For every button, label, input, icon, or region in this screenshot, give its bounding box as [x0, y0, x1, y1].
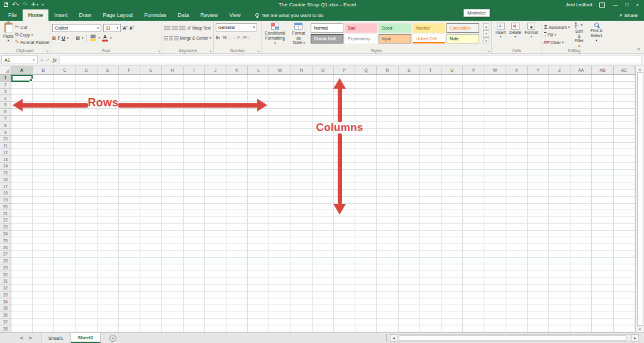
merge-center-button[interactable]: Merge & Center▾ — [180, 34, 211, 42]
style-good[interactable]: Good — [379, 23, 411, 33]
row-header-21[interactable]: 21 — [0, 210, 11, 217]
format-cells-button[interactable]: ■ Format ▾ — [524, 22, 540, 39]
font-color-button[interactable]: A — [102, 35, 108, 42]
sort-filter-button[interactable]: AZ↓▼ Sort & Filter ▾ — [572, 22, 586, 48]
formula-input[interactable] — [59, 55, 641, 64]
row-header-5[interactable]: 5 — [0, 102, 11, 109]
row-header-32[interactable]: 32 — [0, 285, 11, 292]
gallery-up-button[interactable]: ▴ — [483, 23, 489, 30]
column-header-w[interactable]: W — [484, 66, 506, 74]
row-header-11[interactable]: 11 — [0, 143, 11, 150]
column-header-y[interactable]: Y — [528, 66, 549, 74]
column-header-q[interactable]: Q — [355, 66, 377, 74]
sheet-nav-left[interactable]: ◀ — [16, 333, 26, 343]
align-top-icon[interactable] — [164, 26, 170, 30]
column-header-a[interactable]: A — [11, 66, 33, 74]
bold-button[interactable]: B — [52, 35, 56, 41]
paste-button[interactable]: Paste ▾ — [2, 22, 15, 43]
minimize-button[interactable]: — — [613, 2, 618, 8]
row-header-36[interactable]: 36 — [0, 312, 11, 319]
tab-draw[interactable]: Draw — [74, 9, 97, 21]
horizontal-scroll-thumb[interactable] — [399, 335, 626, 340]
row-header-23[interactable]: 23 — [0, 224, 11, 231]
tab-home[interactable]: Home — [23, 9, 49, 21]
row-header-35[interactable]: 35 — [0, 305, 11, 312]
row-header-15[interactable]: 15 — [0, 170, 11, 177]
row-header-33[interactable]: 33 — [0, 292, 11, 299]
borders-button[interactable]: ⊞ — [75, 35, 80, 41]
currency-button[interactable]: $▾ — [216, 35, 220, 40]
column-header-e[interactable]: E — [97, 66, 119, 74]
tab-view[interactable]: View — [223, 9, 246, 21]
column-header-i[interactable]: I — [184, 66, 205, 74]
row-header-13[interactable]: 13 — [0, 156, 11, 163]
row-header-38[interactable]: 38 — [0, 325, 11, 332]
format-as-table-button[interactable]: Format as Table ▾ — [289, 22, 308, 46]
increase-decimal-button[interactable]: ←.0 — [233, 35, 239, 39]
align-middle-icon[interactable] — [172, 26, 178, 30]
row-header-17[interactable]: 17 — [0, 183, 11, 190]
insert-function-button[interactable]: fx — [52, 57, 57, 63]
row-header-1[interactable]: 1 — [0, 75, 11, 82]
column-header-u[interactable]: U — [441, 66, 463, 74]
spreadsheet-grid[interactable] — [11, 75, 635, 332]
tab-review[interactable]: Review — [195, 9, 224, 21]
font-name-select[interactable]: Calibri▾ — [52, 24, 101, 32]
column-header-p[interactable]: P — [334, 66, 355, 74]
undo-button[interactable]: ↶▾ — [12, 2, 19, 8]
column-header-m[interactable]: M — [269, 66, 291, 74]
column-header-x[interactable]: X — [506, 66, 528, 74]
row-header-6[interactable]: 6 — [0, 109, 11, 116]
select-all-corner[interactable] — [0, 66, 11, 74]
row-header-34[interactable]: 34 — [0, 298, 11, 305]
find-select-button[interactable]: Find & Select ▾ — [589, 22, 604, 43]
row-header-31[interactable]: 31 — [0, 278, 11, 285]
new-sheet-button[interactable]: + — [109, 335, 116, 342]
column-header-k[interactable]: K — [226, 66, 248, 74]
scroll-up-icon[interactable]: ▲ — [638, 67, 641, 71]
row-header-24[interactable]: 24 — [0, 231, 11, 238]
font-size-select[interactable]: 11▾ — [103, 24, 121, 32]
horizontal-scroll-track[interactable] — [397, 334, 631, 342]
scroll-down-icon[interactable]: ▼ — [638, 327, 641, 331]
save-button[interactable] — [4, 3, 8, 7]
column-header-d[interactable]: D — [76, 66, 97, 74]
align-left-icon[interactable] — [164, 36, 168, 40]
tab-file[interactable]: File — [3, 9, 23, 21]
style-input[interactable]: Input — [379, 34, 411, 43]
scroll-left-icon[interactable]: ◀ — [390, 334, 397, 342]
italic-button[interactable]: I — [58, 35, 60, 41]
scrollbar-resize-grip[interactable] — [386, 334, 389, 342]
align-right-icon[interactable] — [174, 36, 178, 40]
style-check-cell[interactable]: Check Cell — [311, 34, 343, 43]
row-header-26[interactable]: 26 — [0, 244, 11, 251]
row-header-7[interactable]: 7 — [0, 116, 11, 123]
column-header-z[interactable]: Z — [549, 66, 570, 74]
tab-page-layout[interactable]: Page Layout — [97, 9, 138, 21]
tab-insert[interactable]: Insert — [48, 9, 73, 21]
column-header-c[interactable]: C — [54, 66, 75, 74]
format-painter-button[interactable]: ✎Format Painter — [15, 38, 50, 46]
column-header-ab[interactable]: AB — [592, 66, 613, 74]
user-name[interactable]: Jerri Ledford — [565, 2, 592, 8]
gallery-more-button[interactable]: ▾ — [483, 37, 489, 43]
row-header-29[interactable]: 29 — [0, 264, 11, 271]
fill-color-button[interactable] — [90, 35, 96, 41]
copy-button[interactable]: ⧉Copy▾ — [15, 31, 50, 38]
style-linked-cell[interactable]: Linked Cell — [413, 34, 445, 43]
share-button[interactable]: ↗ Share — [618, 9, 644, 21]
column-header-g[interactable]: G — [140, 66, 162, 74]
delete-cells-button[interactable]: × Delete ▾ — [508, 22, 523, 39]
scroll-right-icon[interactable]: ▶ — [631, 334, 639, 342]
clipboard-dialog-launcher[interactable]: ↘ — [45, 48, 48, 53]
row-header-10[interactable]: 10 — [0, 136, 11, 143]
styles-dialog-launcher[interactable]: ↘ — [487, 48, 490, 53]
vertical-scrollbar[interactable]: ▲ ▼ — [635, 66, 644, 332]
column-header-b[interactable]: B — [33, 66, 54, 74]
column-header-s[interactable]: S — [399, 66, 420, 74]
row-header-37[interactable]: 37 — [0, 319, 11, 326]
style-note[interactable]: Note — [447, 34, 479, 43]
decrease-font-button[interactable]: A▾ — [130, 26, 134, 30]
restore-button[interactable]: □ — [625, 2, 628, 8]
ribbon-display-options-icon[interactable]: ^ — [599, 3, 605, 8]
